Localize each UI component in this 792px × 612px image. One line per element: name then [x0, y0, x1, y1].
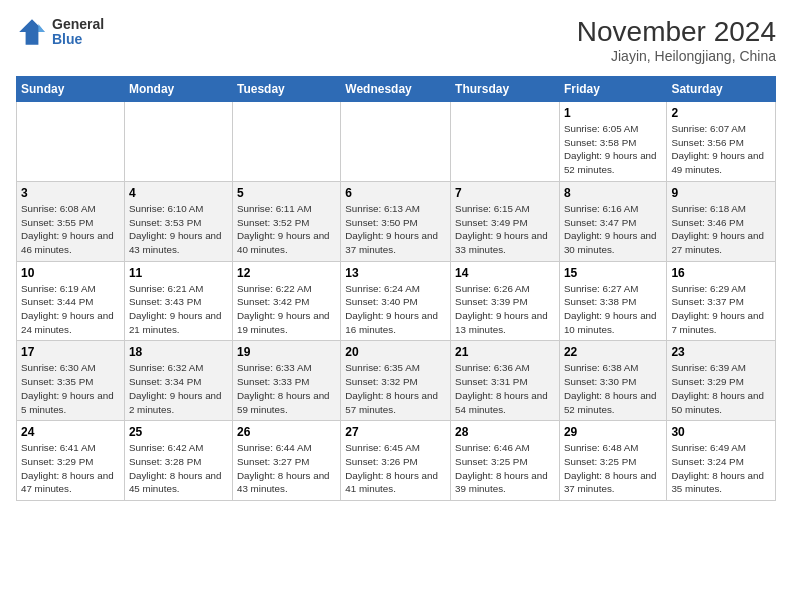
calendar-cell: 8Sunrise: 6:16 AM Sunset: 3:47 PM Daylig… [559, 181, 666, 261]
day-number: 2 [671, 106, 771, 120]
day-info: Sunrise: 6:08 AM Sunset: 3:55 PM Dayligh… [21, 202, 120, 257]
day-info: Sunrise: 6:10 AM Sunset: 3:53 PM Dayligh… [129, 202, 228, 257]
day-info: Sunrise: 6:41 AM Sunset: 3:29 PM Dayligh… [21, 441, 120, 496]
day-info: Sunrise: 6:42 AM Sunset: 3:28 PM Dayligh… [129, 441, 228, 496]
day-info: Sunrise: 6:24 AM Sunset: 3:40 PM Dayligh… [345, 282, 446, 337]
day-number: 22 [564, 345, 662, 359]
calendar-cell: 27Sunrise: 6:45 AM Sunset: 3:26 PM Dayli… [341, 421, 451, 501]
calendar-cell: 30Sunrise: 6:49 AM Sunset: 3:24 PM Dayli… [667, 421, 776, 501]
day-info: Sunrise: 6:30 AM Sunset: 3:35 PM Dayligh… [21, 361, 120, 416]
day-info: Sunrise: 6:05 AM Sunset: 3:58 PM Dayligh… [564, 122, 662, 177]
day-info: Sunrise: 6:48 AM Sunset: 3:25 PM Dayligh… [564, 441, 662, 496]
calendar-cell: 26Sunrise: 6:44 AM Sunset: 3:27 PM Dayli… [232, 421, 340, 501]
header-saturday: Saturday [667, 77, 776, 102]
calendar-cell: 1Sunrise: 6:05 AM Sunset: 3:58 PM Daylig… [559, 102, 666, 182]
day-info: Sunrise: 6:33 AM Sunset: 3:33 PM Dayligh… [237, 361, 336, 416]
day-number: 1 [564, 106, 662, 120]
day-info: Sunrise: 6:35 AM Sunset: 3:32 PM Dayligh… [345, 361, 446, 416]
day-info: Sunrise: 6:21 AM Sunset: 3:43 PM Dayligh… [129, 282, 228, 337]
calendar-cell: 7Sunrise: 6:15 AM Sunset: 3:49 PM Daylig… [451, 181, 560, 261]
calendar-cell [341, 102, 451, 182]
calendar-cell: 19Sunrise: 6:33 AM Sunset: 3:33 PM Dayli… [232, 341, 340, 421]
day-number: 3 [21, 186, 120, 200]
header-friday: Friday [559, 77, 666, 102]
calendar-cell: 22Sunrise: 6:38 AM Sunset: 3:30 PM Dayli… [559, 341, 666, 421]
header-row: Sunday Monday Tuesday Wednesday Thursday… [17, 77, 776, 102]
day-number: 15 [564, 266, 662, 280]
header-tuesday: Tuesday [232, 77, 340, 102]
day-info: Sunrise: 6:07 AM Sunset: 3:56 PM Dayligh… [671, 122, 771, 177]
location-subtitle: Jiayin, Heilongjiang, China [577, 48, 776, 64]
calendar-week-1: 1Sunrise: 6:05 AM Sunset: 3:58 PM Daylig… [17, 102, 776, 182]
day-number: 29 [564, 425, 662, 439]
day-number: 17 [21, 345, 120, 359]
day-info: Sunrise: 6:49 AM Sunset: 3:24 PM Dayligh… [671, 441, 771, 496]
calendar-week-4: 17Sunrise: 6:30 AM Sunset: 3:35 PM Dayli… [17, 341, 776, 421]
day-number: 8 [564, 186, 662, 200]
day-number: 5 [237, 186, 336, 200]
calendar-cell: 13Sunrise: 6:24 AM Sunset: 3:40 PM Dayli… [341, 261, 451, 341]
calendar-cell: 11Sunrise: 6:21 AM Sunset: 3:43 PM Dayli… [124, 261, 232, 341]
calendar-cell: 14Sunrise: 6:26 AM Sunset: 3:39 PM Dayli… [451, 261, 560, 341]
calendar-cell: 3Sunrise: 6:08 AM Sunset: 3:55 PM Daylig… [17, 181, 125, 261]
logo-general-label: General [52, 17, 104, 32]
logo-text: General Blue [52, 17, 104, 48]
calendar-cell: 5Sunrise: 6:11 AM Sunset: 3:52 PM Daylig… [232, 181, 340, 261]
calendar-cell: 29Sunrise: 6:48 AM Sunset: 3:25 PM Dayli… [559, 421, 666, 501]
calendar-table: Sunday Monday Tuesday Wednesday Thursday… [16, 76, 776, 501]
day-info: Sunrise: 6:38 AM Sunset: 3:30 PM Dayligh… [564, 361, 662, 416]
calendar-cell: 4Sunrise: 6:10 AM Sunset: 3:53 PM Daylig… [124, 181, 232, 261]
day-info: Sunrise: 6:46 AM Sunset: 3:25 PM Dayligh… [455, 441, 555, 496]
calendar-cell: 25Sunrise: 6:42 AM Sunset: 3:28 PM Dayli… [124, 421, 232, 501]
month-year-title: November 2024 [577, 16, 776, 48]
day-info: Sunrise: 6:18 AM Sunset: 3:46 PM Dayligh… [671, 202, 771, 257]
calendar-cell: 12Sunrise: 6:22 AM Sunset: 3:42 PM Dayli… [232, 261, 340, 341]
day-info: Sunrise: 6:44 AM Sunset: 3:27 PM Dayligh… [237, 441, 336, 496]
day-info: Sunrise: 6:13 AM Sunset: 3:50 PM Dayligh… [345, 202, 446, 257]
calendar-cell: 10Sunrise: 6:19 AM Sunset: 3:44 PM Dayli… [17, 261, 125, 341]
calendar-cell [124, 102, 232, 182]
logo-icon [16, 16, 48, 48]
day-number: 25 [129, 425, 228, 439]
logo-blue-label: Blue [52, 32, 104, 47]
day-number: 6 [345, 186, 446, 200]
day-number: 19 [237, 345, 336, 359]
calendar-week-5: 24Sunrise: 6:41 AM Sunset: 3:29 PM Dayli… [17, 421, 776, 501]
calendar-cell: 9Sunrise: 6:18 AM Sunset: 3:46 PM Daylig… [667, 181, 776, 261]
calendar-header: Sunday Monday Tuesday Wednesday Thursday… [17, 77, 776, 102]
day-number: 23 [671, 345, 771, 359]
day-number: 4 [129, 186, 228, 200]
header-thursday: Thursday [451, 77, 560, 102]
calendar-cell: 15Sunrise: 6:27 AM Sunset: 3:38 PM Dayli… [559, 261, 666, 341]
day-number: 11 [129, 266, 228, 280]
calendar-cell [451, 102, 560, 182]
header-monday: Monday [124, 77, 232, 102]
calendar-cell: 18Sunrise: 6:32 AM Sunset: 3:34 PM Dayli… [124, 341, 232, 421]
day-info: Sunrise: 6:22 AM Sunset: 3:42 PM Dayligh… [237, 282, 336, 337]
day-number: 13 [345, 266, 446, 280]
logo: General Blue [16, 16, 104, 48]
calendar-cell: 20Sunrise: 6:35 AM Sunset: 3:32 PM Dayli… [341, 341, 451, 421]
day-number: 27 [345, 425, 446, 439]
day-number: 18 [129, 345, 228, 359]
calendar-cell: 16Sunrise: 6:29 AM Sunset: 3:37 PM Dayli… [667, 261, 776, 341]
calendar-cell: 23Sunrise: 6:39 AM Sunset: 3:29 PM Dayli… [667, 341, 776, 421]
day-info: Sunrise: 6:19 AM Sunset: 3:44 PM Dayligh… [21, 282, 120, 337]
day-info: Sunrise: 6:15 AM Sunset: 3:49 PM Dayligh… [455, 202, 555, 257]
day-info: Sunrise: 6:45 AM Sunset: 3:26 PM Dayligh… [345, 441, 446, 496]
calendar-cell: 17Sunrise: 6:30 AM Sunset: 3:35 PM Dayli… [17, 341, 125, 421]
title-block: November 2024 Jiayin, Heilongjiang, Chin… [577, 16, 776, 64]
day-number: 10 [21, 266, 120, 280]
calendar-cell: 24Sunrise: 6:41 AM Sunset: 3:29 PM Dayli… [17, 421, 125, 501]
day-info: Sunrise: 6:11 AM Sunset: 3:52 PM Dayligh… [237, 202, 336, 257]
day-info: Sunrise: 6:26 AM Sunset: 3:39 PM Dayligh… [455, 282, 555, 337]
day-number: 24 [21, 425, 120, 439]
day-info: Sunrise: 6:32 AM Sunset: 3:34 PM Dayligh… [129, 361, 228, 416]
calendar-cell [232, 102, 340, 182]
page-header: General Blue November 2024 Jiayin, Heilo… [16, 16, 776, 64]
day-info: Sunrise: 6:16 AM Sunset: 3:47 PM Dayligh… [564, 202, 662, 257]
calendar-cell: 6Sunrise: 6:13 AM Sunset: 3:50 PM Daylig… [341, 181, 451, 261]
day-number: 9 [671, 186, 771, 200]
day-info: Sunrise: 6:39 AM Sunset: 3:29 PM Dayligh… [671, 361, 771, 416]
calendar-cell: 21Sunrise: 6:36 AM Sunset: 3:31 PM Dayli… [451, 341, 560, 421]
